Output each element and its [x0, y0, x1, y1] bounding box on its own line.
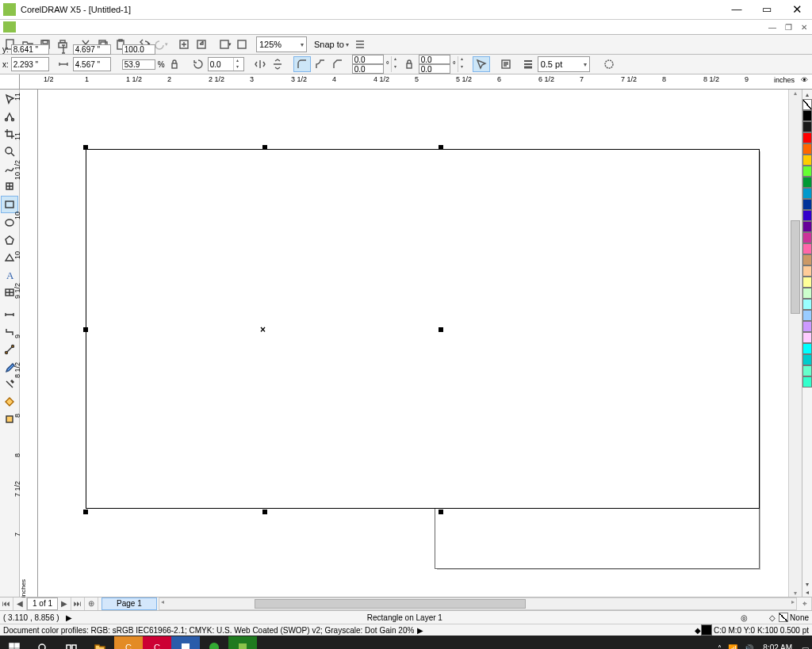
page-last-button[interactable]: ⏭ — [71, 597, 85, 610]
palette-swatch[interactable] — [802, 265, 812, 277]
palette-swatch[interactable] — [802, 188, 812, 199]
palette-up-button[interactable]: ▴ — [806, 91, 809, 99]
navigator-button[interactable]: ⌖ — [799, 597, 812, 610]
palette-swatch[interactable] — [802, 221, 812, 232]
explorer-taskbar-button[interactable] — [86, 636, 114, 649]
palette-swatch[interactable] — [802, 155, 812, 166]
welcome-button[interactable] — [233, 36, 251, 52]
palette-swatch[interactable] — [802, 132, 812, 143]
outline-indicator-icon[interactable]: ◆ — [695, 626, 701, 635]
rectangle-tool[interactable] — [1, 196, 18, 213]
shape-tool[interactable] — [2, 109, 17, 124]
palette-swatch[interactable] — [802, 376, 812, 387]
palette-swatch[interactable] — [802, 310, 812, 321]
zoom-level-dropdown[interactable]: 125%▾ — [256, 36, 307, 52]
lock-ratio-icon[interactable] — [167, 57, 182, 71]
doc-minimize-button[interactable]: — — [764, 23, 780, 32]
doc-close-button[interactable]: ✕ — [796, 23, 812, 32]
palette-swatch[interactable] — [802, 210, 812, 221]
selected-rectangle[interactable] — [86, 149, 760, 509]
import-button[interactable] — [175, 36, 193, 52]
relative-corner-button[interactable] — [473, 56, 490, 72]
page-add-button[interactable]: ⊕ — [85, 597, 98, 610]
polygon-tool[interactable] — [2, 232, 17, 248]
tray-network-icon[interactable]: 📶 — [725, 644, 741, 650]
chamfer-corner-button[interactable] — [330, 57, 346, 71]
vertical-scrollbar[interactable]: ▴ ▾ — [788, 90, 802, 597]
tray-notifications-icon[interactable]: ▭ — [799, 644, 812, 650]
palette-swatch[interactable] — [802, 121, 812, 132]
task-view-button[interactable] — [57, 637, 86, 649]
outline-color-swatch[interactable] — [701, 624, 712, 636]
palette-swatch[interactable] — [802, 365, 812, 376]
search-button[interactable] — [29, 637, 57, 649]
vscroll-thumb[interactable] — [791, 220, 800, 314]
page-first-button[interactable]: ⏮ — [0, 597, 13, 610]
options-button[interactable] — [351, 36, 369, 52]
profiles-flyout-icon[interactable]: ▶ — [417, 626, 423, 635]
fill-none-swatch[interactable] — [779, 613, 788, 622]
horizontal-ruler[interactable]: 1/211 1/222 1/233 1/244 1/255 1/266 1/27… — [0, 74, 812, 90]
palette-flyout-button[interactable]: ◂ — [806, 589, 809, 597]
palette-swatch[interactable] — [802, 243, 812, 254]
page-prev-button[interactable]: ◀ — [13, 597, 27, 610]
app-launcher-button[interactable]: ▾ — [216, 36, 233, 52]
handle-bm[interactable] — [262, 510, 267, 514]
palette-swatch[interactable] — [802, 343, 812, 354]
handle-bl[interactable] — [83, 510, 88, 514]
corner-lock-button[interactable] — [401, 57, 417, 71]
vertical-ruler[interactable]: inches 111110 1/210109 1/298 1/2887 1/27 — [20, 90, 38, 597]
ruler-origin[interactable] — [0, 74, 20, 89]
hscroll-thumb[interactable] — [255, 599, 526, 609]
text-tool[interactable]: A — [2, 267, 17, 283]
taskbar-clock[interactable]: 8:02 AM — [756, 643, 799, 649]
tray-chevron-icon[interactable]: ˄ — [714, 644, 725, 650]
corner3-field[interactable]: 0.0 — [419, 55, 450, 64]
outline-tool[interactable] — [2, 376, 17, 392]
round-corner-button[interactable] — [293, 56, 311, 72]
app3-taskbar-button[interactable] — [171, 636, 200, 649]
palette-swatch[interactable] — [802, 321, 812, 332]
zoom-tool[interactable] — [2, 143, 17, 159]
height-field[interactable]: 4.697 " — [73, 44, 111, 55]
handle-tm[interactable] — [262, 145, 267, 150]
corner4-field[interactable]: 0.0 — [419, 64, 450, 74]
cursor-toggle-icon[interactable]: ▶ — [66, 613, 72, 622]
fill-tool[interactable] — [2, 394, 17, 410]
mirror-v-button[interactable] — [270, 57, 285, 71]
palette-swatch[interactable] — [802, 232, 812, 243]
text-wrap-button[interactable] — [498, 57, 514, 71]
handle-tr[interactable] — [439, 145, 443, 150]
palette-swatch[interactable] — [802, 277, 812, 288]
color-proof-icon[interactable]: ◎ — [737, 613, 750, 622]
palette-swatch[interactable] — [802, 166, 812, 177]
handle-br[interactable] — [439, 510, 443, 514]
handle-ml[interactable] — [83, 327, 88, 332]
mirror-h-button[interactable] — [252, 57, 268, 71]
interactive-tool[interactable] — [2, 342, 17, 357]
palette-swatch[interactable] — [802, 288, 812, 299]
palette-swatch[interactable] — [802, 177, 812, 188]
x-position-field[interactable]: 2.293 " — [11, 57, 49, 71]
palette-swatch[interactable] — [802, 110, 812, 121]
horizontal-scrollbar[interactable]: ◂ ▸ — [159, 597, 797, 610]
palette-swatch[interactable] — [802, 299, 812, 310]
handle-mr[interactable] — [439, 327, 443, 332]
coreldraw-taskbar-button[interactable] — [228, 636, 257, 649]
palette-swatch[interactable] — [802, 199, 812, 210]
palette-swatch[interactable] — [802, 143, 812, 155]
ruler-eye-icon[interactable]: 👁 — [801, 76, 810, 86]
page-next-button[interactable]: ▶ — [58, 597, 71, 610]
page-tab-1[interactable]: Page 1 — [102, 597, 157, 610]
y-position-field[interactable]: 8.641 " — [11, 44, 49, 55]
palette-swatch[interactable] — [802, 254, 812, 265]
app1-taskbar-button[interactable]: C — [114, 636, 143, 649]
close-button[interactable]: ✕ — [782, 0, 812, 19]
tray-volume-icon[interactable]: 🔊 — [741, 644, 756, 650]
snap-to-dropdown[interactable]: Snap to ▾ — [312, 37, 351, 52]
corner1-field[interactable]: 0.0 — [352, 55, 384, 64]
export-button[interactable] — [193, 36, 210, 52]
dimension-tool[interactable] — [2, 307, 17, 323]
to-front-button[interactable] — [601, 57, 617, 71]
maximize-button[interactable]: ▭ — [752, 0, 782, 19]
